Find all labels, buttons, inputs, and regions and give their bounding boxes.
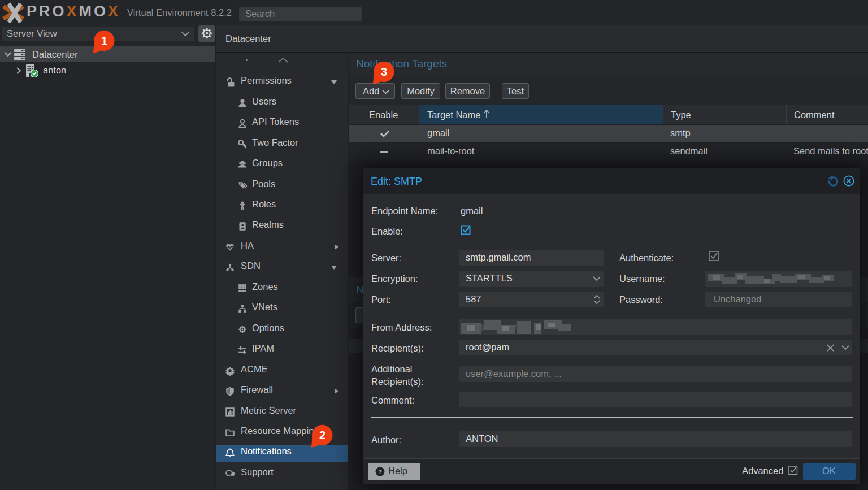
svg-text:?: ?	[378, 469, 382, 475]
svg-text:2: 2	[319, 429, 326, 441]
svg-text:1: 1	[101, 34, 107, 47]
svg-text:3: 3	[381, 66, 387, 78]
